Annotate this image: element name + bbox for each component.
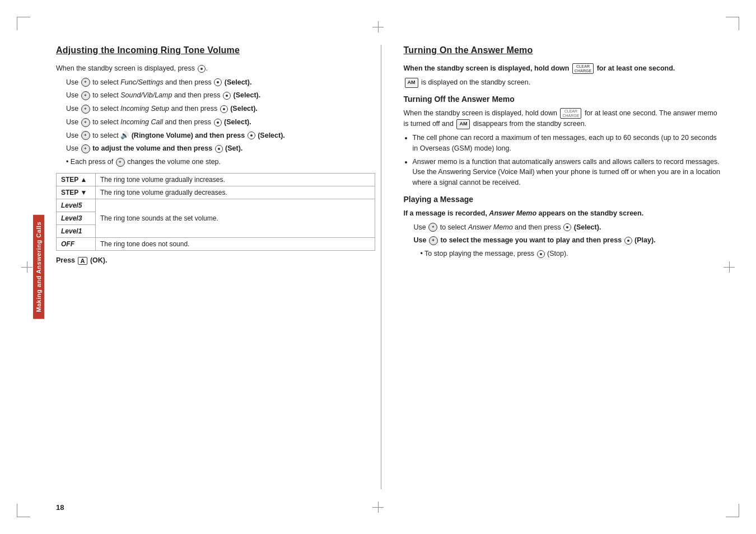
reg-mark-tl bbox=[17, 17, 30, 30]
select-button-icon-5 bbox=[248, 132, 255, 139]
sub-heading-off: Turning Off the Answer Memo bbox=[404, 95, 723, 104]
reg-mark-bl bbox=[17, 504, 30, 517]
am-icon: AM bbox=[405, 78, 418, 88]
volume-table: STEP ▲ The ring tone volume gradually in… bbox=[56, 173, 375, 251]
table-row: STEP ▼ The ring tone volume gradually de… bbox=[57, 186, 375, 199]
press-ok-line: Press A (OK). bbox=[56, 256, 375, 265]
table-cell-step-down: STEP ▼ bbox=[57, 186, 96, 199]
reg-mark-br bbox=[726, 504, 739, 517]
select-button-icon-3 bbox=[220, 105, 228, 113]
stop-note: • To stop playing the message, press (St… bbox=[421, 249, 723, 259]
table-cell-step-down-desc: The ring tone volume gradually decreases… bbox=[96, 186, 375, 199]
crosshair-bottom bbox=[372, 502, 384, 513]
step-4: Use to select Incoming Call and then pre… bbox=[66, 117, 375, 128]
bullet-item-2: Answer memo is a function that automatic… bbox=[413, 157, 723, 188]
table-row: OFF The ring tone does not sound. bbox=[57, 237, 375, 250]
table-cell-off-desc: The ring tone does not sound. bbox=[96, 237, 375, 250]
clear-key-icon-2: CLEAR CHARGE bbox=[560, 108, 581, 119]
step-5: Use to select 🔊 (Ringtone Volume) and th… bbox=[66, 130, 375, 141]
select-button-icon-1 bbox=[214, 78, 222, 86]
play-step-2: Use to select the message you want to pl… bbox=[414, 235, 723, 246]
nav-icon-play-1 bbox=[428, 223, 437, 232]
play-button-icon bbox=[624, 237, 632, 245]
volume-note: • Each press of changes the volume one s… bbox=[66, 157, 375, 167]
clear-key-icon: CLEAR CHARGE bbox=[572, 63, 594, 74]
am-icon-2: AM bbox=[456, 119, 470, 129]
step-6: Use to adjust the volume and then press … bbox=[66, 143, 375, 154]
table-cell-step-up-desc: The ring tone volume gradually increases… bbox=[96, 173, 375, 186]
table-cell-off: OFF bbox=[57, 237, 96, 250]
nav-icon-6 bbox=[81, 144, 90, 153]
nav-icon-4 bbox=[81, 118, 90, 127]
nav-icon-play-2 bbox=[429, 236, 438, 245]
turn-off-text: When the standby screen is displayed, ho… bbox=[404, 108, 723, 129]
sidebar: Making and Answering Calls bbox=[31, 101, 46, 433]
set-button-icon bbox=[215, 145, 223, 153]
stop-button-icon bbox=[537, 250, 545, 258]
play-intro: If a message is recorded, Answer Memo ap… bbox=[404, 208, 723, 219]
step-2: Use to select Sound/Vib/Lamp and then pr… bbox=[66, 90, 375, 101]
nav-icon-note bbox=[116, 158, 125, 167]
play-step-1: Use to select Answer Memo and then press… bbox=[414, 222, 723, 233]
nav-icon-2 bbox=[81, 91, 90, 100]
right-section-title: Turning On the Answer Memo bbox=[404, 45, 723, 57]
left-section-title: Adjusting the Incoming Ring Tone Volume bbox=[56, 45, 375, 57]
page: Making and Answering Calls 18 Adjusting … bbox=[0, 0, 756, 534]
table-cell-level1: Level1 bbox=[57, 224, 96, 237]
step-0: When the standby screen is displayed, pr… bbox=[56, 63, 375, 74]
table-cell-level3: Level3 bbox=[57, 212, 96, 224]
step-3: Use to select Incoming Setup and then pr… bbox=[66, 104, 375, 114]
nav-icon-3 bbox=[81, 105, 90, 114]
nav-icon-5 bbox=[81, 131, 90, 140]
crosshair-right bbox=[724, 261, 735, 273]
select-button-icon bbox=[198, 65, 206, 73]
sidebar-tab: Making and Answering Calls bbox=[33, 215, 44, 319]
table-row: Level5 The ring tone sounds at the set v… bbox=[57, 199, 375, 212]
table-cell-level5-desc: The ring tone sounds at the set volume. bbox=[96, 199, 375, 237]
table-row: STEP ▲ The ring tone volume gradually in… bbox=[57, 173, 375, 186]
table-cell-step-up: STEP ▲ bbox=[57, 173, 96, 186]
reg-mark-tr bbox=[726, 17, 739, 30]
right-intro-2: AM is displayed on the standby screen. bbox=[404, 77, 723, 88]
select-button-icon-4 bbox=[214, 119, 222, 127]
left-column: Adjusting the Incoming Ring Tone Volume … bbox=[56, 45, 381, 489]
right-column: Turning On the Answer Memo When the stan… bbox=[398, 45, 723, 489]
main-content: Adjusting the Incoming Ring Tone Volume … bbox=[56, 45, 722, 489]
bullet-list: The cell phone can record a maximum of t… bbox=[413, 133, 723, 188]
bullet-item-1: The cell phone can record a maximum of t… bbox=[413, 133, 723, 154]
nav-icon-1 bbox=[81, 78, 90, 87]
right-intro: When the standby screen is displayed, ho… bbox=[404, 63, 723, 74]
select-button-icon-2 bbox=[223, 92, 231, 100]
select-button-play-1 bbox=[563, 223, 571, 231]
crosshair-top bbox=[372, 21, 384, 32]
page-number: 18 bbox=[56, 503, 64, 512]
ok-key: A bbox=[78, 257, 88, 265]
sub-heading-play: Playing a Message bbox=[404, 195, 723, 204]
table-cell-level5: Level5 bbox=[57, 199, 96, 212]
step-1: Use to select Func/Settings and then pre… bbox=[66, 77, 375, 88]
